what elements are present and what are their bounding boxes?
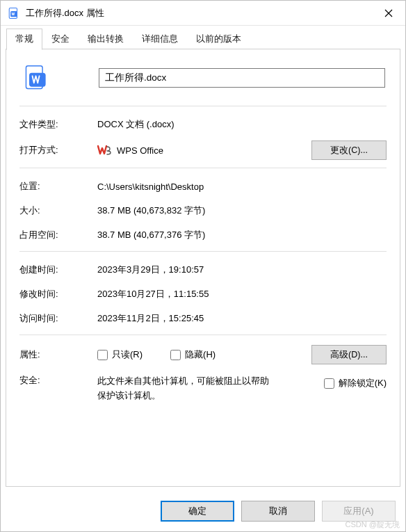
size-on-disk-label: 占用空间: <box>19 229 97 241</box>
location-label: 位置: <box>19 180 97 193</box>
close-button[interactable] <box>372 1 405 25</box>
tab-label: 详细信息 <box>142 33 178 44</box>
advanced-button[interactable]: 高级(D)... <box>311 345 387 364</box>
doc-file-icon-large <box>22 64 50 92</box>
tab-label: 输出转换 <box>88 33 124 44</box>
general-panel: 文件类型: DOCX 文档 (.docx) 打开方式: WPS Office 更… <box>6 49 400 487</box>
opens-with-value: WPS Office <box>117 145 163 156</box>
readonly-label: 只读(R) <box>112 348 143 361</box>
wps-office-icon <box>97 145 111 156</box>
separator <box>19 251 387 252</box>
accessed-value: 2023年11月2日，15:25:45 <box>97 312 387 325</box>
modified-value: 2023年10月27日，11:15:55 <box>97 288 387 300</box>
filename-input[interactable] <box>99 68 385 88</box>
tab-security[interactable]: 安全 <box>42 29 79 50</box>
hidden-label: 隐藏(H) <box>185 348 216 361</box>
size-label: 大小: <box>19 204 97 217</box>
size-value: 38.7 MB (40,673,832 字节) <box>97 204 387 217</box>
filetype-value: DOCX 文档 (.docx) <box>97 118 387 131</box>
attributes-label: 属性: <box>19 348 97 361</box>
separator <box>19 106 387 106</box>
unblock-label: 解除锁定(K) <box>339 377 387 389</box>
tab-general[interactable]: 常规 <box>6 29 42 50</box>
doc-file-icon <box>8 7 20 19</box>
tab-output[interactable]: 输出转换 <box>79 29 133 50</box>
tab-details[interactable]: 详细信息 <box>133 29 187 50</box>
opens-with-label: 打开方式: <box>19 144 97 156</box>
readonly-input[interactable] <box>97 350 108 360</box>
tab-label: 常规 <box>15 33 33 44</box>
accessed-label: 访问时间: <box>19 312 97 325</box>
apply-button: 应用(A) <box>322 501 396 522</box>
location-value: C:\Users\kitsnight\Desktop <box>97 182 387 192</box>
change-app-button[interactable]: 更改(C)... <box>311 140 387 160</box>
created-label: 创建时间: <box>19 264 97 276</box>
separator <box>19 168 387 168</box>
security-label: 安全: <box>19 374 97 387</box>
hidden-input[interactable] <box>170 350 181 360</box>
unblock-input[interactable] <box>324 378 334 389</box>
cancel-button[interactable]: 取消 <box>241 501 315 522</box>
tab-previous-versions[interactable]: 以前的版本 <box>187 29 250 50</box>
modified-label: 修改时间: <box>19 288 97 300</box>
dialog-footer: 确定 取消 应用(A) <box>1 491 405 531</box>
window-title: 工作所得.docx 属性 <box>26 7 372 19</box>
tab-label: 安全 <box>51 33 70 44</box>
security-message: 此文件来自其他计算机，可能被阻止以帮助保护该计算机。 <box>97 374 271 403</box>
title-bar: 工作所得.docx 属性 <box>1 1 405 26</box>
separator <box>19 334 387 335</box>
filetype-label: 文件类型: <box>19 118 97 131</box>
hidden-checkbox[interactable]: 隐藏(H) <box>170 348 216 361</box>
readonly-checkbox[interactable]: 只读(R) <box>97 348 143 361</box>
created-value: 2023年3月29日，19:10:57 <box>97 264 387 276</box>
unblock-checkbox[interactable]: 解除锁定(K) <box>324 377 387 389</box>
ok-button[interactable]: 确定 <box>161 501 234 522</box>
size-on-disk-value: 38.7 MB (40,677,376 字节) <box>97 229 387 241</box>
tab-label: 以前的版本 <box>196 33 241 44</box>
tab-strip: 常规 安全 输出转换 详细信息 以前的版本 <box>1 26 405 49</box>
